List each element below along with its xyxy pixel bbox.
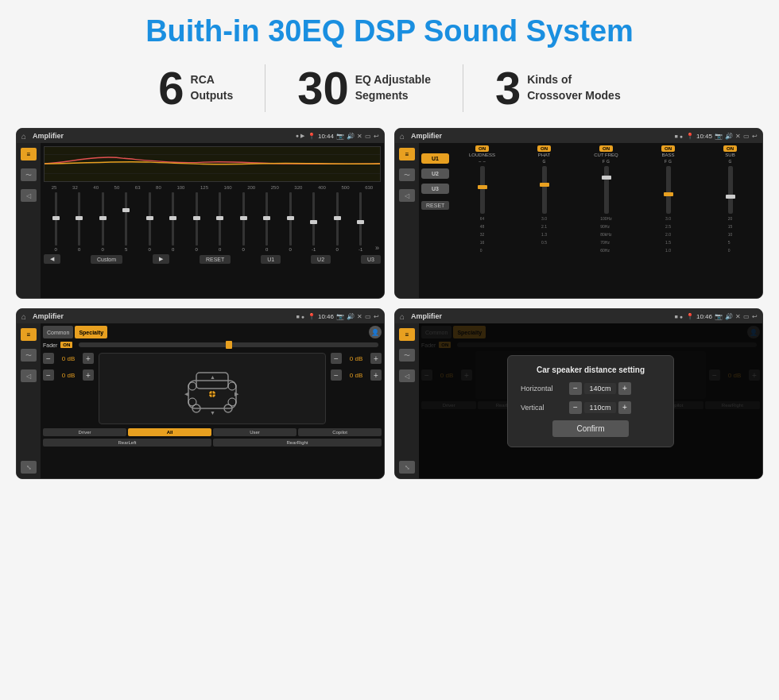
sub-slider[interactable] bbox=[728, 166, 733, 214]
eq-sidebar-eq-icon[interactable]: ≡ bbox=[21, 148, 37, 160]
eq-slider-0[interactable]: 0 bbox=[45, 192, 67, 252]
back-icon: ↩ bbox=[374, 133, 379, 140]
eq-reset-btn[interactable]: RESET bbox=[200, 255, 231, 264]
phat-on: ON bbox=[537, 145, 551, 152]
vol-minus-tr[interactable]: − bbox=[331, 353, 342, 364]
specialty-tab[interactable]: Specialty bbox=[75, 326, 107, 338]
distance-sidebar-eq-icon[interactable]: ≡ bbox=[399, 328, 415, 341]
speaker-sidebar-wave-icon[interactable]: 〜 bbox=[21, 349, 37, 362]
volume-icon-3: 🔊 bbox=[347, 313, 355, 320]
eq-custom-btn[interactable]: Custom bbox=[91, 255, 122, 264]
speaker-sidebar-eq-icon[interactable]: ≡ bbox=[21, 328, 37, 341]
window-icon-3: ▭ bbox=[365, 313, 371, 320]
eq-slider-9[interactable]: 0 bbox=[257, 192, 278, 252]
vol-plus-br[interactable]: + bbox=[370, 369, 382, 381]
sub-label: SUB bbox=[725, 153, 734, 157]
distance-sidebar-speaker-icon[interactable]: ◁ bbox=[399, 369, 415, 382]
speaker-tabs: Common Specialty 👤 bbox=[43, 326, 382, 338]
eq-slider-6[interactable]: 0 bbox=[186, 192, 207, 252]
crossover-reset-btn[interactable]: RESET bbox=[421, 201, 449, 210]
home-icon-3: ⌂ bbox=[21, 312, 26, 321]
eq-slider-2[interactable]: 0 bbox=[92, 192, 114, 252]
window-icon: ▭ bbox=[365, 133, 371, 140]
eq-prev-btn[interactable]: ◀ bbox=[44, 254, 60, 264]
horizontal-minus-btn[interactable]: − bbox=[569, 382, 582, 395]
eq-slider-1[interactable]: 0 bbox=[69, 192, 91, 252]
vertical-minus-btn[interactable]: − bbox=[569, 401, 582, 414]
confirm-button[interactable]: Confirm bbox=[552, 420, 628, 437]
distance-sidebar: ≡ 〜 ◁ ⤡ bbox=[395, 323, 419, 478]
distance-sidebar-wave-icon[interactable]: 〜 bbox=[399, 349, 415, 362]
preset-u3[interactable]: U3 bbox=[421, 184, 449, 194]
rearright-btn[interactable]: RearRight bbox=[213, 439, 382, 447]
preset-u2[interactable]: U2 bbox=[421, 168, 449, 179]
vol-plus-tl[interactable]: + bbox=[83, 353, 94, 364]
phat-slider[interactable] bbox=[542, 166, 547, 214]
speaker-content: ≡ 〜 ◁ ⤡ Common Specialty 👤 Fader ON bbox=[17, 323, 384, 478]
eq-play-btn[interactable]: ▶ bbox=[153, 254, 169, 264]
vol-plus-tr[interactable]: + bbox=[370, 353, 382, 364]
eq-sidebar-speaker-icon[interactable]: ◁ bbox=[21, 189, 37, 202]
horizontal-plus-btn[interactable]: + bbox=[618, 382, 631, 395]
eq-slider-4[interactable]: 0 bbox=[139, 192, 161, 252]
vol-minus-tl[interactable]: − bbox=[43, 353, 54, 364]
loudness-slider[interactable] bbox=[480, 166, 485, 214]
bass-slider[interactable] bbox=[666, 166, 671, 214]
loudness-values: 644832160 bbox=[480, 216, 485, 253]
eq-u1-btn[interactable]: U1 bbox=[261, 255, 281, 264]
vertical-value: 110cm bbox=[584, 402, 616, 413]
phat-values: 3.02.11.30.5 bbox=[541, 216, 547, 245]
eq-u3-btn[interactable]: U3 bbox=[361, 255, 381, 264]
profile-icon[interactable]: 👤 bbox=[369, 326, 382, 338]
left-volumes: − 0 dB + − 0 dB + bbox=[43, 351, 94, 382]
eq-slider-8[interactable]: 0 bbox=[233, 192, 254, 252]
eq-slider-10[interactable]: 0 bbox=[280, 192, 301, 252]
rearleft-btn[interactable]: RearLeft bbox=[43, 439, 211, 447]
vol-control-tl: − 0 dB + bbox=[43, 353, 94, 364]
eq-slider-11[interactable]: -1 bbox=[304, 192, 325, 252]
common-tab[interactable]: Common bbox=[43, 326, 73, 338]
eq-slider-12[interactable]: 0 bbox=[327, 192, 348, 252]
eq-slider-3[interactable]: 5 bbox=[116, 192, 138, 252]
crossover-sidebar-speaker-icon[interactable]: ◁ bbox=[399, 189, 415, 202]
distance-sidebar-expand-icon[interactable]: ⤡ bbox=[399, 461, 415, 474]
eq-slider-13[interactable]: -1 bbox=[351, 192, 372, 252]
camera-icon-2: 📷 bbox=[715, 133, 723, 140]
crossover-sidebar-eq-icon[interactable]: ≡ bbox=[399, 148, 415, 160]
preset-u1[interactable]: U1 bbox=[421, 153, 449, 164]
all-btn[interactable]: All bbox=[128, 428, 211, 436]
stat-crossover: 3 Kinds of Crossover Modes bbox=[463, 65, 653, 111]
speaker-status: ■ ● bbox=[296, 314, 304, 319]
speaker-main: Common Specialty 👤 Fader ON bbox=[41, 323, 384, 478]
copilot-btn[interactable]: Copilot bbox=[298, 428, 382, 436]
eq-slider-7[interactable]: 0 bbox=[210, 192, 231, 252]
eq-freq-labels: 253240506380100125160200250320400500630 bbox=[44, 185, 381, 190]
speaker-screen-bar: ⌂ Amplifier ■ ● 📍 10:46 📷 🔊 ✕ ▭ ↩ bbox=[17, 309, 384, 323]
cutfreq-slider[interactable] bbox=[604, 166, 609, 214]
fader-handle[interactable] bbox=[226, 341, 232, 349]
eq-sidebar-wave-icon[interactable]: 〜 bbox=[21, 168, 37, 181]
vol-plus-bl[interactable]: + bbox=[83, 369, 94, 381]
vertical-plus-btn[interactable]: + bbox=[618, 401, 631, 414]
camera-icon: 📷 bbox=[336, 133, 344, 140]
driver-btn[interactable]: Driver bbox=[43, 428, 126, 436]
speaker-sidebar-speaker-icon[interactable]: ◁ bbox=[21, 369, 37, 382]
stat-crossover-label: Kinds of Crossover Modes bbox=[527, 72, 620, 103]
crossover-sidebar-wave-icon[interactable]: 〜 bbox=[399, 168, 415, 181]
fader-label: Fader bbox=[43, 342, 57, 348]
crossover-content: ≡ 〜 ◁ U1 U2 U3 RESET ON LOUDNESS bbox=[395, 143, 762, 298]
distance-dialog: Car speaker distance setting Horizontal … bbox=[507, 355, 674, 447]
eq-screen-bar: ⌂ Amplifier ● ▶ 📍 10:44 📷 🔊 ✕ ▭ ↩ bbox=[17, 129, 384, 143]
back-icon-4: ↩ bbox=[752, 313, 758, 320]
sub-on: ON bbox=[723, 145, 737, 152]
speaker-sidebar-expand-icon[interactable]: ⤡ bbox=[21, 461, 37, 474]
vol-minus-br[interactable]: − bbox=[331, 369, 342, 381]
crossover-sidebar: ≡ 〜 ◁ bbox=[395, 143, 419, 298]
eq-slider-5[interactable]: 0 bbox=[163, 192, 184, 252]
eq-u2-btn[interactable]: U2 bbox=[311, 255, 331, 264]
user-btn[interactable]: User bbox=[213, 428, 296, 436]
vol-minus-bl[interactable]: − bbox=[43, 369, 54, 381]
home-icon-2: ⌂ bbox=[400, 132, 405, 141]
close-icon-2: ✕ bbox=[735, 133, 741, 140]
home-icon: ⌂ bbox=[21, 132, 26, 141]
